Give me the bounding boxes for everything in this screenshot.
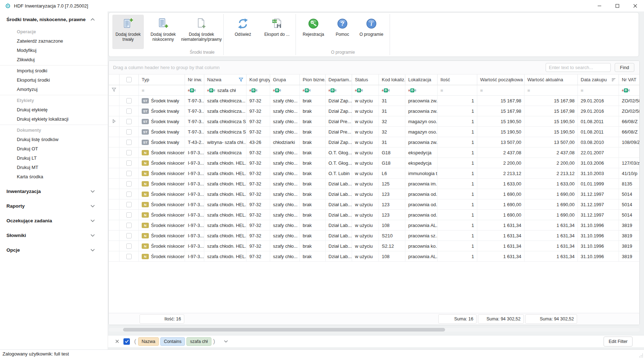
group-by-panel[interactable]: Drag a column header here to group by th… [109,61,639,74]
filter-dropdown-icon[interactable] [224,340,228,343]
table-row[interactable]: NŚrodek niskocennyI-97-3...szafa chłodn.… [109,168,639,179]
sidebar-item-drukuj-ot[interactable]: Drukuj OT [17,144,108,154]
sidebar-item-eksportuj-środki[interactable]: Eksportuj środki [17,76,108,85]
column-header-kod_lok[interactable]: Kod lokaliz... [379,74,405,85]
filter-cell-ilosc[interactable]: = [438,85,477,95]
sidebar-item-drukuj-listę-środków[interactable]: Drukuj listę środków [17,135,108,144]
filter-cell-wart_pocz[interactable]: = [477,85,525,95]
filter-operator-chip[interactable]: Contains [160,337,185,346]
scrollbar-thumb[interactable] [123,328,445,332]
table-row[interactable]: STŚrodek trwałyT-97-3...szafa chłodnicza… [109,127,639,137]
filter-cell-wart_akt[interactable]: = [525,85,578,95]
ribbon-button-o-programie[interactable]: iO programie [356,15,387,49]
search-input[interactable] [546,63,611,72]
column-header-ilosc[interactable]: Ilość [438,74,477,85]
ribbon-button-dodaj-środek-niskocenny[interactable]: Dodaj środekniskocenny [147,15,180,49]
ribbon-button-rejestracja[interactable]: Rejestracja [298,15,329,49]
ribbon-button-pomoc[interactable]: ?Pomoc [331,15,353,49]
filter-cell-lokalizacja[interactable]: aBc [405,85,438,95]
sidebar-section-opcje[interactable]: Opcje [6,245,95,255]
filter-cell-kod_lok[interactable]: aBc [379,85,405,95]
ribbon-button-eksport-do[interactable]: XLSEksport do ... [260,15,294,49]
column-header-grupa[interactable]: Grupa [270,74,300,85]
sidebar-section-środki-trwałe-niskocenne-prawne[interactable]: Środki trwałe, niskocenne, prawne [6,14,95,24]
minimize-button[interactable] [590,0,608,11]
row-checkbox[interactable] [126,150,132,155]
row-checkbox[interactable] [126,254,132,259]
close-button[interactable] [626,0,644,11]
sidebar-item-karta-środka[interactable]: Karta środka [17,172,108,182]
column-header-wart_akt[interactable]: Wartość aktualna [525,74,578,85]
sidebar-item-drukuj-etykiety-lokalizacji[interactable]: Drukuj etykiety lokalizacji [17,115,108,124]
column-header-nr_inw[interactable]: Nr inw. [185,74,204,85]
column-header-status[interactable]: Status [352,74,379,85]
sidebar-item-drukuj-lt[interactable]: Drukuj LT [17,154,108,163]
sidebar-item-zlikwiduj[interactable]: Zlikwiduj [17,55,108,64]
filter-cell-pion[interactable]: aBc [300,85,326,95]
table-row[interactable]: NŚrodek niskocennyI-97-3...szafa chłodn.… [109,189,639,199]
horizontal-scrollbar[interactable] [109,328,640,332]
sidebar-item-drukuj-etykietę[interactable]: Drukuj etykietę [17,105,108,115]
column-header-wart_pocz[interactable]: Wartość początkowa [477,74,525,85]
filter-value-chip[interactable]: szafa chł [186,337,211,346]
row-checkbox[interactable] [126,192,132,197]
table-row[interactable]: NŚrodek niskocennyI-97-3...szafa chłodn.… [109,220,639,231]
row-checkbox[interactable] [126,160,132,166]
column-sort-icon[interactable] [611,78,616,82]
sidebar-item-importuj-środki[interactable]: Importuj środki [17,66,108,76]
column-header-nr_vat[interactable]: Nr VAT [619,74,640,85]
filter-cell-status[interactable]: aBc [352,85,379,95]
filter-cell-departament[interactable]: aBc [326,85,352,95]
column-header-lokalizacja[interactable]: Lokalizacja [405,74,438,85]
row-checkbox[interactable] [126,129,132,135]
sidebar-item-modyfikuj[interactable]: Modyfikuj [17,46,108,55]
resize-grip[interactable] [639,353,643,358]
sidebar-item-amortyzuj[interactable]: Amortyzuj [17,85,108,94]
sidebar-section-raporty[interactable]: Raporty [6,201,95,211]
filter-cell-kod_grupy[interactable]: aBc [247,85,270,95]
table-row[interactable]: NŚrodek niskocennyI-97-3...szafa chłodn.… [109,179,639,189]
column-header-data_zakupu[interactable]: Data zakupu [578,74,619,85]
column-header-nazwa[interactable]: Nazwa [204,74,247,85]
filter-cell-nazwa[interactable]: aBcszafa chł [204,85,247,95]
column-header-kod_grupy[interactable]: Kod grupy [247,74,270,85]
sidebar-item-drukuj-mt[interactable]: Drukuj MT [17,163,108,172]
find-button[interactable]: Find [615,63,634,72]
select-all-checkbox[interactable] [126,77,132,82]
filter-close-icon[interactable] [115,339,119,343]
sidebar-section-oczekujące-zadania[interactable]: Oczekujące zadania [6,216,95,226]
table-row[interactable]: STŚrodek trwałyT-97-3...szafa chłodnicza… [109,106,639,116]
table-row[interactable]: STŚrodek trwałyT-43-2...witryna- szafa c… [109,137,639,147]
filter-cell-nr_vat[interactable]: aBc [619,85,640,95]
row-checkbox[interactable] [126,233,132,238]
edit-filter-button[interactable]: Edit Filter [604,337,633,347]
maximize-button[interactable] [608,0,626,11]
row-checkbox[interactable] [126,243,132,249]
table-row[interactable]: STŚrodek trwałyT-97-3...szafa chłodnicza… [109,96,639,106]
row-checkbox[interactable] [126,181,132,187]
row-checkbox[interactable] [126,140,132,145]
column-header-pion[interactable]: Pion bizne... [300,74,326,85]
column-header-departament[interactable]: Departam... [326,74,352,85]
row-checkbox[interactable] [126,171,132,176]
table-row[interactable]: NŚrodek niskocennyI-97-3...szafa chłodn.… [109,199,639,210]
table-row[interactable]: NŚrodek niskocennyI-97-3...szafa chłodni… [109,147,639,158]
sidebar-section-inwentaryzacja[interactable]: Inwentaryzacja [6,186,95,196]
filter-cell-typ[interactable]: = [139,85,185,95]
row-checkbox[interactable] [126,223,132,228]
sidebar-section-słowniki[interactable]: Słowniki [6,230,95,240]
filter-cell-nr_inw[interactable]: aBc [185,85,204,95]
filter-cell-check[interactable] [119,85,139,95]
ribbon-button-dodaj-środek-niematerialny-prawny[interactable]: Dodaj środekniematerialny/prawny [179,15,224,49]
column-header-typ[interactable]: Typ [139,74,185,85]
table-row[interactable]: NŚrodek niskocennyI-97-3...szafa chłodn.… [109,158,639,168]
filter-enabled-checkbox[interactable] [123,338,130,345]
table-row[interactable]: NŚrodek niskocennyI-97-3...szafa chłodn.… [109,251,639,262]
table-row[interactable]: NŚrodek niskocennyI-97-3...szafa chłodn.… [109,210,639,220]
filter-cell-grupa[interactable]: aBc [270,85,300,95]
filter-field-chip[interactable]: Nazwa [138,337,159,346]
filter-cell-data_zakupu[interactable]: = [578,85,619,95]
ribbon-button-odśwież[interactable]: Odśwież [230,15,255,49]
column-filter-funnel-icon[interactable] [239,77,243,82]
table-row[interactable]: NŚrodek niskocennyI-97-3...szafa chłodn.… [109,241,639,251]
